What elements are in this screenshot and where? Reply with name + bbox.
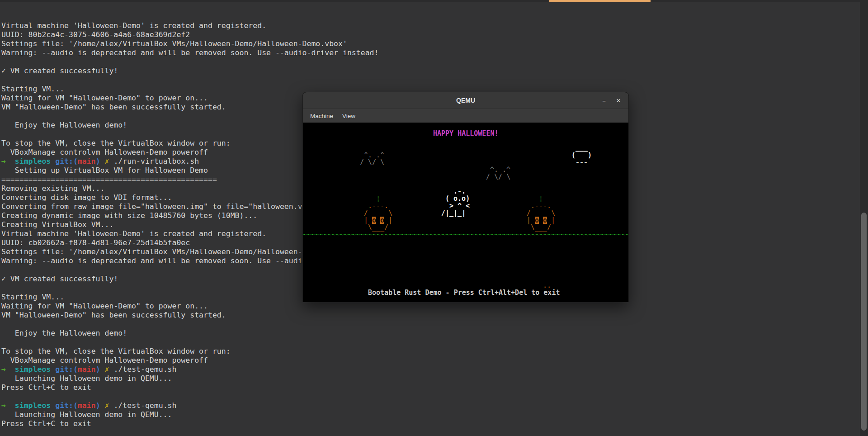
terminal-line: Virtual machine 'Halloween-Demo' is crea…: [1, 21, 868, 30]
pumpkin-right: \___/: [531, 224, 551, 231]
pumpkin-left: |: [388, 217, 392, 224]
pumpkin-stem-left: ¦: [376, 195, 380, 202]
pumpkin-stem-right: ¦: [539, 195, 543, 202]
menu-machine[interactable]: Machine: [306, 111, 338, 121]
qemu-titlebar[interactable]: QEMU – ✕: [303, 92, 628, 109]
terminal-line: [1, 428, 868, 436]
pumpkin-left: / \: [364, 209, 392, 217]
banner-text: HAPPY HALLOWEEN!: [433, 130, 499, 137]
terminal-line: Press Ctrl+C to exit: [1, 419, 868, 428]
footer-text: Bootable Rust Demo - Press Ctrl+Alt+Del …: [368, 289, 560, 296]
bat-left: / \/ \: [360, 159, 384, 166]
pumpkin-left: |: [364, 217, 368, 224]
ember-dots: ..: [543, 282, 551, 289]
pumpkin-right: |: [527, 217, 531, 224]
ground-line: ~~~~~~~~~~~~~~~~~~~~~~~~~~~~~~~~~~~~~~~~…: [303, 231, 628, 238]
moon: ---: [576, 159, 588, 166]
terminal-line: → simpleos git:(main) ✗ ./test-qemu.sh: [1, 365, 868, 374]
terminal-line: [1, 392, 868, 401]
menu-view[interactable]: View: [338, 111, 360, 121]
pumpkin-right: / \: [527, 209, 555, 217]
bat-center: ^. .^: [490, 166, 510, 173]
moon: ___: [576, 144, 588, 152]
terminal-line: Waiting for VM "Halloween-Demo" to power…: [1, 302, 868, 311]
terminal-line: VBoxManage controlvm Halloween-Demo powe…: [1, 356, 868, 365]
qemu-vm-display[interactable]: HAPPY HALLOWEEN!^. .^/ \/ \___( )---^. .…: [303, 123, 628, 302]
terminal-line: Launching Halloween demo in QEMU...: [1, 374, 868, 383]
moon: ( ): [571, 152, 592, 159]
active-tab-indicator: [549, 0, 651, 2]
terminal-line: ✓ VM created successfully!: [1, 66, 868, 76]
terminal-line: → simpleos git:(main) ✗ ./test-qemu.sh: [1, 401, 868, 410]
terminal-scrollbar-thumb[interactable]: [861, 213, 867, 431]
terminal-line: [1, 338, 868, 347]
bat-left: ^. .^: [364, 152, 384, 159]
pumpkin-left: .---.: [368, 202, 388, 209]
terminal-line: [1, 320, 868, 329]
close-button[interactable]: ✕: [612, 92, 625, 109]
terminal-line: UUID: 80b2ca4c-3075-4606-a4a6-68ae369d2e…: [1, 30, 868, 39]
window-top-strip: [0, 0, 868, 2]
ghost: .-.: [453, 188, 466, 195]
bat-center: / \/ \: [486, 173, 510, 180]
terminal-line: To stop the VM, close the VirtualBox win…: [1, 347, 868, 356]
pumpkin-eye: o: [535, 217, 539, 224]
terminal-line: Press Ctrl+C to exit: [1, 383, 868, 392]
terminal-line: [1, 57, 868, 66]
terminal-line: Settings file: '/home/alex/VirtualBox VM…: [1, 39, 868, 48]
terminal-line: Warning: --audio is deprecated and will …: [1, 48, 868, 57]
terminal-line: [1, 76, 868, 85]
terminal-line: Launching Halloween demo in QEMU...: [1, 410, 868, 419]
pumpkin-eye: o: [380, 217, 384, 224]
terminal-scrollbar-track[interactable]: [860, 0, 868, 436]
pumpkin-eye: o: [372, 217, 376, 224]
pumpkin-eye: o: [543, 217, 547, 224]
pumpkin-left: \___/: [368, 224, 388, 231]
qemu-window: QEMU – ✕ Machine View HAPPY HALLOWEEN!^.…: [302, 92, 629, 302]
ghost: > ^ <: [449, 202, 470, 209]
pumpkin-right: .---.: [531, 202, 551, 209]
pumpkin-right: |: [551, 217, 555, 224]
terminal-line: VM "Halloween-Demo" has been successfull…: [1, 311, 868, 320]
ghost: ( o.o): [445, 195, 470, 202]
terminal-line: Enjoy the Halloween demo!: [1, 329, 868, 338]
ghost: /|_|_|: [441, 209, 466, 217]
minimize-button[interactable]: –: [598, 92, 610, 109]
qemu-window-title: QEMU: [303, 92, 628, 109]
qemu-menubar: Machine View: [303, 109, 628, 123]
